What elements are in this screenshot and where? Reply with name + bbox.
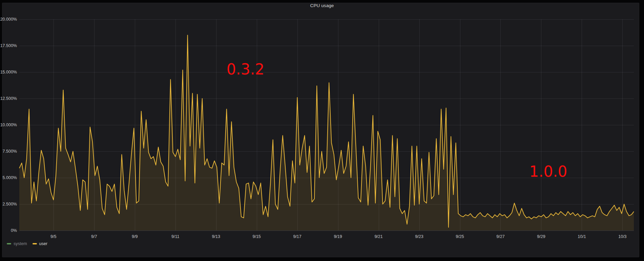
user-series-fill [19,35,634,231]
x-tick-label: 9/17 [286,234,309,239]
grafana-panel-screenshot: CPU usage 0%2.500%5.000%7.500%10.000%12.… [0,0,644,261]
y-tick-label: 20.000% [0,17,17,22]
y-tick-label: 7.500% [0,149,17,154]
y-tick-label: 15.000% [0,70,17,74]
legend: systemuser [7,241,47,246]
version-annotation: 1.0.0 [529,163,567,180]
x-tick-label: 9/5 [42,234,65,239]
x-tick-label: 10/1 [570,234,594,239]
y-tick-label: 0% [0,228,17,233]
x-tick-label: 9/11 [164,234,187,239]
x-tick-label: 9/21 [367,234,391,239]
x-tick-label: 9/7 [82,234,106,239]
x-tick-label: 9/27 [489,234,512,239]
y-tick-label: 5.000% [0,175,17,180]
legend-label-system: system [14,241,27,246]
y-tick-label: 17.500% [0,43,17,48]
legend-label-user: user [39,241,47,246]
legend-item-user[interactable]: user [33,241,47,246]
x-tick-label: 9/13 [204,234,228,239]
x-tick-label: 9/29 [529,234,553,239]
version-annotation: 0.3.2 [227,60,265,78]
legend-item-system[interactable]: system [7,241,27,246]
y-tick-label: 2.500% [0,202,17,206]
x-tick-label: 9/23 [408,234,431,239]
cpu-usage-chart[interactable] [0,0,644,261]
x-tick-label: 10/3 [610,234,634,239]
y-tick-label: 12.500% [0,96,17,101]
x-tick-label: 9/25 [448,234,472,239]
y-tick-label: 10.000% [0,123,17,127]
legend-swatch-user [33,243,37,244]
x-tick-label: 9/15 [245,234,269,239]
x-tick-label: 9/19 [326,234,350,239]
user-series-line [19,35,634,231]
x-tick-label: 9/9 [123,234,147,239]
legend-swatch-system [7,243,11,244]
